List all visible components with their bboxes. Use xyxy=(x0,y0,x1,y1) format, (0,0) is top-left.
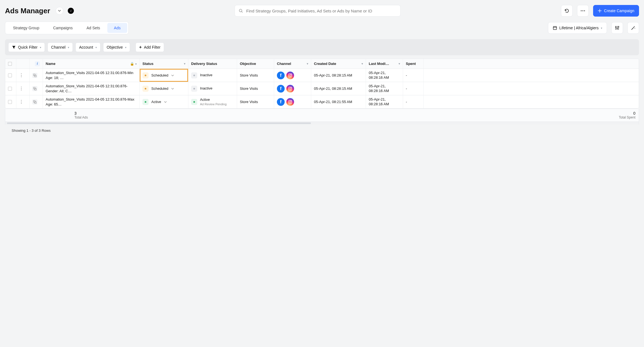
total-spent-value: 0 xyxy=(619,111,635,115)
svg-point-10 xyxy=(617,28,617,29)
svg-point-21 xyxy=(289,88,291,90)
horizontal-scrollbar[interactable] xyxy=(5,122,639,125)
col-modified[interactable]: Last Modi… xyxy=(369,62,389,66)
info-icon[interactable]: i xyxy=(35,61,40,66)
spent-value: - xyxy=(406,86,407,91)
table-row[interactable]: ⋮ Automation_Store_Visits 2021-04-05 12:… xyxy=(5,95,639,109)
modified-date: 05-Apr-21,08:28:16 AM xyxy=(369,71,389,80)
col-status[interactable]: Status xyxy=(142,62,154,66)
svg-point-26 xyxy=(289,101,291,103)
svg-point-3 xyxy=(583,10,583,11)
svg-rect-23 xyxy=(33,101,35,102)
row-type-icon xyxy=(32,73,37,78)
row-name: Automation_Store_Visits 2021-04-05 12:31… xyxy=(46,97,137,107)
title-dropdown[interactable] xyxy=(56,7,63,15)
svg-point-27 xyxy=(291,101,292,101)
svg-point-17 xyxy=(291,74,292,75)
status-select[interactable]: Active xyxy=(142,99,167,105)
facebook-icon: f xyxy=(277,72,285,79)
pager-text: Showing 1 - 3 of 3 Rows xyxy=(5,125,639,136)
tab-bar: Strategy GroupCampaignsAd SetsAds xyxy=(5,22,129,34)
add-filter-button[interactable]: + Add Filter xyxy=(136,43,164,52)
search-input[interactable] xyxy=(246,8,396,14)
quick-filter-button[interactable]: Quick Filter ▾ xyxy=(8,43,45,52)
svg-rect-18 xyxy=(33,87,35,89)
sort-icon[interactable]: ▾ xyxy=(135,62,137,65)
objective-label: Store Visits xyxy=(240,73,258,77)
lock-icon: 🔒 xyxy=(130,62,134,66)
chevron-down-icon xyxy=(171,74,174,77)
search-icon xyxy=(239,9,243,13)
status-select[interactable]: Scheduled xyxy=(142,86,174,92)
col-created[interactable]: Created Date xyxy=(314,62,336,66)
tab-campaigns[interactable]: Campaigns xyxy=(46,23,79,33)
spent-value: - xyxy=(406,73,407,77)
table-row[interactable]: ⋮ Automation_Store_Visits 2021-04-05 12:… xyxy=(5,82,639,95)
sort-icon[interactable]: ▾ xyxy=(399,62,400,65)
sort-icon[interactable]: ▾ xyxy=(184,62,185,65)
create-campaign-button[interactable]: Create Campaign xyxy=(593,5,639,17)
tab-strategy-group[interactable]: Strategy Group xyxy=(6,23,46,33)
plus-icon xyxy=(598,9,602,13)
svg-point-4 xyxy=(584,10,585,11)
svg-rect-13 xyxy=(33,74,35,76)
chevron-down-icon xyxy=(164,100,167,104)
filter-account[interactable]: Account▾ xyxy=(76,43,100,52)
col-delivery[interactable]: Delivery Status xyxy=(191,62,217,66)
total-spent-label: Total Spent xyxy=(619,115,635,119)
filter-bar: Quick Filter ▾ Channel▾Account▾Objective… xyxy=(5,39,639,55)
svg-point-22 xyxy=(291,87,292,88)
col-name[interactable]: Name xyxy=(46,62,55,66)
chevron-down-icon: ▾ xyxy=(95,46,97,49)
row-menu-button[interactable]: ⋮ xyxy=(19,99,24,104)
plus-icon: + xyxy=(139,45,142,50)
delivery-sub: Ad Review Pending xyxy=(200,102,227,106)
row-checkbox[interactable] xyxy=(8,73,12,77)
columns-settings-button[interactable] xyxy=(611,22,623,34)
modified-date: 05-Apr-21,08:28:16 AM xyxy=(369,84,389,93)
row-checkbox[interactable] xyxy=(8,100,12,104)
search-input-wrap[interactable] xyxy=(235,5,401,17)
svg-rect-20 xyxy=(289,87,292,90)
info-icon[interactable]: i xyxy=(68,8,74,14)
svg-point-12 xyxy=(635,28,635,28)
svg-line-1 xyxy=(242,12,242,12)
filter-channel[interactable]: Channel▾ xyxy=(48,43,73,52)
status-label: Active xyxy=(151,100,161,104)
refresh-button[interactable] xyxy=(561,5,573,17)
sort-icon[interactable]: ▾ xyxy=(307,62,308,65)
row-menu-button[interactable]: ⋮ xyxy=(19,73,24,78)
col-spent[interactable]: Spent xyxy=(406,62,416,66)
table-header: i Name🔒 ▾ Status▾ Delivery Status Object… xyxy=(5,59,639,69)
svg-rect-14 xyxy=(35,75,36,77)
select-all-checkbox[interactable] xyxy=(8,62,12,66)
svg-rect-15 xyxy=(289,74,292,77)
row-type-icon xyxy=(32,99,37,104)
delivery-label: Active xyxy=(200,98,227,102)
row-checkbox[interactable] xyxy=(8,87,12,91)
sort-icon[interactable]: ▾ xyxy=(362,62,363,65)
spent-value: - xyxy=(406,100,407,104)
magic-button[interactable] xyxy=(627,22,639,34)
col-channel[interactable]: Channel xyxy=(277,62,291,66)
date-range-selector[interactable]: Lifetime | Africa/Algiers ▾ xyxy=(548,22,607,34)
filter-objective[interactable]: Objective▾ xyxy=(103,43,130,52)
chevron-down-icon xyxy=(58,9,61,12)
objective-label: Store Visits xyxy=(240,100,258,104)
status-label: Scheduled xyxy=(151,86,168,91)
row-menu-button[interactable]: ⋮ xyxy=(19,86,24,91)
facebook-icon: f xyxy=(277,85,285,93)
tab-ads[interactable]: Ads xyxy=(107,23,127,33)
instagram-icon xyxy=(286,85,294,93)
tab-ad-sets[interactable]: Ad Sets xyxy=(80,23,107,33)
row-type-icon xyxy=(32,86,37,91)
date-range-label: Lifetime | Africa/Algiers xyxy=(559,26,599,30)
more-button[interactable] xyxy=(577,5,589,17)
table-row[interactable]: ⋮ Automation_Store_Visits 2021-04-05 12:… xyxy=(5,69,639,82)
status-select[interactable]: Scheduled xyxy=(142,72,174,78)
funnel-icon xyxy=(12,45,16,49)
col-objective[interactable]: Objective xyxy=(240,62,256,66)
created-date: 05-Apr-21, 08:28:15 AM xyxy=(314,86,352,91)
svg-point-9 xyxy=(615,27,616,27)
chevron-down-icon: ▾ xyxy=(68,46,69,49)
